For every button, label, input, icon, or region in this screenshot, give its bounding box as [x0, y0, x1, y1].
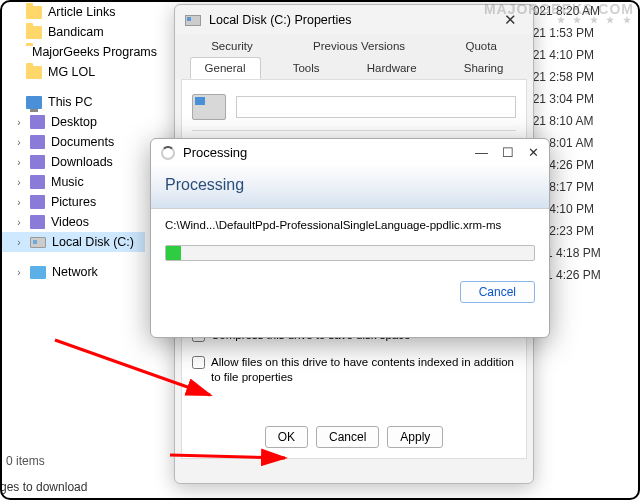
sidebar-label: This PC	[48, 95, 92, 109]
drive-name-input[interactable]	[236, 96, 516, 118]
chevron-right-icon: ›	[14, 237, 24, 248]
sidebar-folder[interactable]: MajorGeeks Programs	[0, 42, 145, 62]
properties-titlebar[interactable]: Local Disk (C:) Properties ✕	[175, 5, 533, 35]
chevron-right-icon: ›	[14, 217, 24, 228]
tab-tools[interactable]: Tools	[278, 57, 335, 79]
drive-icon	[30, 237, 46, 248]
cancel-button[interactable]: Cancel	[460, 281, 535, 303]
watermark-text: MAJORGEEKS.COM	[484, 2, 634, 16]
index-label: Allow files on this drive to have conten…	[211, 355, 516, 385]
watermark-stars: ★ ★ ★ ★ ★	[484, 16, 634, 25]
sidebar-label: Local Disk (C:)	[52, 235, 134, 249]
tab-previous-versions[interactable]: Previous Versions	[298, 35, 420, 57]
thispc-icon	[26, 96, 42, 109]
dialog-title: Local Disk (C:) Properties	[209, 13, 351, 27]
tab-security[interactable]: Security	[196, 35, 268, 57]
navigation-pane: Article Links Bandicam MajorGeeks Progra…	[0, 0, 145, 500]
tab-hardware[interactable]: Hardware	[352, 57, 432, 79]
music-icon	[30, 175, 45, 189]
tab-strip: Security Previous Versions Quota General…	[175, 35, 533, 79]
sidebar-lib[interactable]: ›Downloads	[0, 152, 145, 172]
sidebar-lib[interactable]: ›Pictures	[0, 192, 145, 212]
index-row: Allow files on this drive to have conten…	[192, 355, 516, 385]
sidebar-folder[interactable]: MG LOL	[0, 62, 145, 82]
processing-titlebar[interactable]: Processing — ☐ ✕	[151, 139, 549, 166]
sidebar-network[interactable]: ›Network	[0, 262, 145, 282]
sidebar-label: Documents	[51, 135, 114, 149]
sidebar-label: Article Links	[48, 5, 115, 19]
sidebar-thispc[interactable]: This PC	[0, 92, 145, 112]
folder-icon	[26, 26, 42, 39]
folder-icon	[26, 66, 42, 79]
sidebar-folder[interactable]: Bandicam	[0, 22, 145, 42]
spinner-icon	[161, 146, 175, 160]
sidebar-label: Downloads	[51, 155, 113, 169]
drive-header	[192, 90, 516, 131]
sidebar-folder[interactable]: Article Links	[0, 2, 145, 22]
processing-footer: Cancel	[151, 271, 549, 313]
minimize-icon[interactable]: —	[475, 145, 488, 160]
dialog-title: Processing	[183, 145, 247, 160]
sidebar-label: Network	[52, 265, 98, 279]
chevron-right-icon: ›	[14, 157, 24, 168]
pictures-icon	[30, 195, 45, 209]
sidebar-label: Music	[51, 175, 84, 189]
sidebar-label: Bandicam	[48, 25, 104, 39]
chevron-right-icon: ›	[14, 177, 24, 188]
chevron-right-icon: ›	[14, 197, 24, 208]
apply-button[interactable]: Apply	[387, 426, 443, 448]
processing-heading: Processing	[151, 166, 549, 209]
videos-icon	[30, 215, 45, 229]
sidebar-label: MajorGeeks Programs	[32, 45, 157, 59]
chevron-right-icon: ›	[14, 267, 24, 278]
drive-icon	[192, 94, 226, 120]
sidebar-lib[interactable]: ›Music	[0, 172, 145, 192]
sidebar-label: Videos	[51, 215, 89, 229]
status-bar: 0 items	[0, 452, 51, 470]
cancel-button[interactable]: Cancel	[316, 426, 379, 448]
dialog-footer: OK Cancel Apply	[182, 426, 526, 448]
processing-path: C:\Wind...\DefaultPpd-ProfessionalSingle…	[165, 219, 535, 231]
sidebar-label: MG LOL	[48, 65, 95, 79]
desktop-icon	[30, 115, 45, 129]
folder-icon	[26, 6, 42, 19]
downloads-icon	[30, 155, 45, 169]
sidebar-lib[interactable]: ›Videos	[0, 212, 145, 232]
progress-bar	[165, 245, 535, 261]
sidebar-lib[interactable]: ›Documents	[0, 132, 145, 152]
progress-fill	[166, 246, 181, 260]
processing-dialog: Processing — ☐ ✕ Processing C:\Wind...\D…	[150, 138, 550, 338]
sidebar-label: Pictures	[51, 195, 96, 209]
close-icon[interactable]: ✕	[528, 145, 539, 160]
tab-sharing[interactable]: Sharing	[449, 57, 519, 79]
tab-quota[interactable]: Quota	[450, 35, 511, 57]
index-checkbox[interactable]	[192, 356, 205, 369]
ok-button[interactable]: OK	[265, 426, 308, 448]
tab-general[interactable]: General	[190, 57, 261, 79]
sidebar-label: Desktop	[51, 115, 97, 129]
sidebar-localdisk[interactable]: ›Local Disk (C:)	[0, 232, 145, 252]
chevron-right-icon: ›	[14, 137, 24, 148]
sidebar-lib[interactable]: ›Desktop	[0, 112, 145, 132]
documents-icon	[30, 135, 45, 149]
watermark: MAJORGEEKS.COM ★ ★ ★ ★ ★	[484, 2, 634, 25]
drive-icon	[185, 15, 201, 26]
truncated-text: ges to download	[0, 480, 87, 494]
processing-body: C:\Wind...\DefaultPpd-ProfessionalSingle…	[151, 209, 549, 271]
network-icon	[30, 266, 46, 279]
chevron-right-icon: ›	[14, 117, 24, 128]
maximize-icon[interactable]: ☐	[502, 145, 514, 160]
